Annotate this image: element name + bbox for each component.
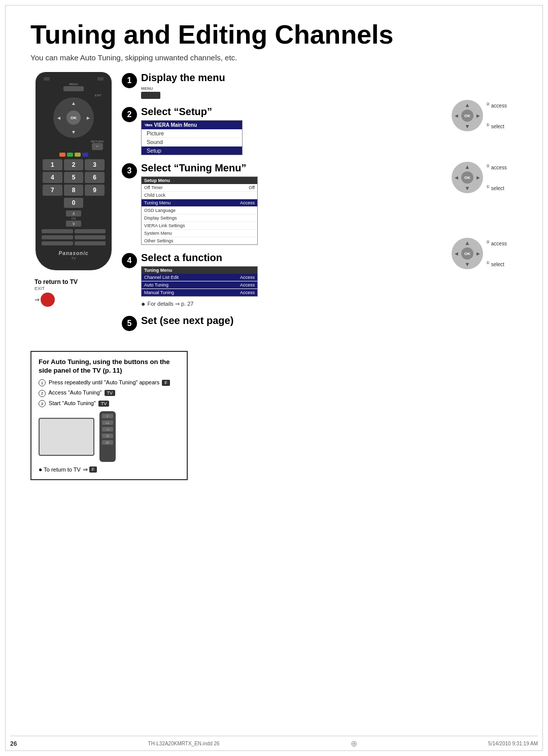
misc-btn-6[interactable] xyxy=(75,241,106,245)
ok-center-3[interactable]: OK xyxy=(461,171,473,184)
color-btn-red[interactable] xyxy=(59,153,65,157)
tv-screen-visual xyxy=(39,418,94,456)
side-btn-av[interactable]: AV xyxy=(102,440,113,445)
setup-menu: Setup Menu Off TimerOff Child Lock Tunin… xyxy=(141,176,258,245)
set-rest: (see next page) xyxy=(160,315,234,326)
num-3[interactable]: 3 xyxy=(85,159,105,170)
step-1-number: 1 xyxy=(122,73,137,88)
circled-1: 1 xyxy=(39,379,46,386)
side-btn-tv3-label: TV xyxy=(106,435,109,438)
misc-btn-2[interactable] xyxy=(75,229,106,233)
tuning-row-channel-list: Channel List EditAccess xyxy=(142,274,257,281)
set-bold: Set xyxy=(141,315,157,326)
nav-left-arrow[interactable]: ◄ xyxy=(56,115,61,121)
tuning-row-manual-tuning: Manual TuningAccess xyxy=(142,289,257,296)
nav-up-arrow[interactable]: ▲ xyxy=(71,100,76,106)
return-key-F[interactable]: F xyxy=(89,466,97,473)
ok-diagrams-column: ▲ ▼ ◄ ► OK ② access ① select ▲ ▼ ◄ xyxy=(452,72,518,338)
remote-body: MENU EXIT ▲ ▼ ◄ ► OK RETURN xyxy=(36,72,112,270)
nav-circle[interactable]: ▲ ▼ ◄ ► OK xyxy=(53,97,94,138)
tuning-row-auto-tuning: Auto TuningAccess xyxy=(142,281,257,289)
remote-top-btn-right[interactable] xyxy=(97,77,104,81)
step-4-number: 4 xyxy=(122,253,137,268)
ok-access-label-3: ② access xyxy=(486,164,507,170)
viera-setup: Setup xyxy=(142,147,242,155)
step-1: 1 Display the menu MENU xyxy=(122,72,447,99)
step-4-content: Select a function Tuning Menu Channel Li… xyxy=(141,252,447,308)
ok-circle-3[interactable]: ▲ ▼ ◄ ► OK xyxy=(452,162,483,193)
side-btn-tv1-label: +/∧ xyxy=(106,421,110,424)
side-btn-F-label: F xyxy=(107,415,109,418)
return-to-tv-label: To return to TV xyxy=(35,278,117,285)
page-number: 26 xyxy=(10,740,17,747)
circled-3: 3 xyxy=(39,400,46,407)
viera-menu-header: Viera VIERA Main Menu xyxy=(142,121,242,129)
auto-step-3: 3 Start "Auto Tuning" TV xyxy=(39,400,180,408)
ok-circle-2[interactable]: ▲ ▼ ◄ ► OK xyxy=(452,100,483,131)
auto-tuning-title: For Auto Tuning, using the buttons on th… xyxy=(39,358,180,375)
misc-btn-1[interactable] xyxy=(42,229,73,233)
misc-btn-3[interactable] xyxy=(42,235,73,239)
step-2-title: Select “Setup” xyxy=(141,106,447,118)
step-3: 3 Select “Tuning Menu” Setup Menu Off Ti… xyxy=(122,162,447,245)
ok-button[interactable]: OK xyxy=(66,111,81,125)
viera-sound: Sound xyxy=(142,138,242,147)
viera-picture: Picture xyxy=(142,129,242,138)
ok-center-4[interactable]: OK xyxy=(461,247,473,260)
step-1-menu-label: MENU xyxy=(141,86,447,91)
ok-up-arrow-3: ▲ xyxy=(465,164,470,170)
ch-up-btn[interactable]: ∧ xyxy=(66,210,81,217)
ok-circle-4[interactable]: ▲ ▼ ◄ ► OK xyxy=(452,238,483,269)
page-content: Tuning and Editing Channels You can make… xyxy=(10,10,538,746)
side-btn-tv1[interactable]: +/∧ xyxy=(102,420,113,425)
key-TV-2[interactable]: TV xyxy=(105,390,116,396)
auto-step-1: 1 Press repeatedly until "Auto Tuning" a… xyxy=(39,379,180,387)
key-F-1[interactable]: F xyxy=(162,380,170,386)
color-btn-blue[interactable] xyxy=(82,153,88,157)
side-btn-tv3[interactable]: TV xyxy=(102,434,113,438)
remote-top-btn-left[interactable] xyxy=(44,77,50,81)
side-btn-tv2[interactable]: -/∨ xyxy=(102,427,113,431)
num-4[interactable]: 4 xyxy=(43,172,62,183)
nav-down-arrow[interactable]: ▼ xyxy=(71,129,76,135)
color-btn-yellow[interactable] xyxy=(75,153,81,157)
return-button[interactable]: ↩ xyxy=(92,143,103,150)
num-9[interactable]: 9 xyxy=(85,185,105,196)
num-2[interactable]: 2 xyxy=(64,159,84,170)
step-5-title: Set (see next page) xyxy=(141,315,447,327)
ch-label: CH xyxy=(72,217,76,220)
num-5[interactable]: 5 xyxy=(64,172,84,183)
nav-right-arrow[interactable]: ► xyxy=(86,115,91,121)
for-details-text: For details ⇒ p. 27 xyxy=(147,301,193,307)
step-3-number: 3 xyxy=(122,163,137,178)
num-6[interactable]: 6 xyxy=(85,172,105,183)
step-3-title: Select “Tuning Menu” xyxy=(141,162,447,174)
color-btn-green[interactable] xyxy=(67,153,73,157)
step-2: 2 Select “Setup” Viera VIERA Main Menu P… xyxy=(122,106,447,155)
ok-left-arrow-4: ◄ xyxy=(454,250,459,257)
ok-right-arrow-4: ► xyxy=(475,250,481,257)
step-5-number: 5 xyxy=(122,316,137,331)
num-0[interactable]: 0 xyxy=(64,198,83,208)
misc-btn-5[interactable] xyxy=(42,241,73,245)
arrow-return-auto: ⇒ xyxy=(83,466,88,473)
step-1-title: Display the menu xyxy=(141,72,447,84)
num-1[interactable]: 1 xyxy=(43,159,62,170)
ch-down-btn[interactable]: ∨ xyxy=(66,221,81,227)
num-8[interactable]: 8 xyxy=(64,185,84,196)
menu-button[interactable] xyxy=(63,86,84,91)
key-TV-3[interactable]: TV xyxy=(98,401,110,407)
auto-tuning-box: For Auto Tuning, using the buttons on th… xyxy=(30,351,188,480)
ok-right-arrow-3: ► xyxy=(475,174,481,181)
exit-button[interactable] xyxy=(41,293,55,307)
compass-icon: ⊕ xyxy=(351,739,357,748)
menu-label: MENU xyxy=(40,83,108,86)
ok-access-label-4: ② access xyxy=(486,240,507,246)
num-7[interactable]: 7 xyxy=(43,185,62,196)
ok-center-2[interactable]: OK xyxy=(461,110,473,122)
misc-btn-4[interactable] xyxy=(75,235,106,239)
ok-diagram-3: ▲ ▼ ◄ ► OK ② access ① select xyxy=(452,162,518,193)
auto-return-row: ● To return to TV ⇒ F xyxy=(39,466,180,473)
menu-key-button[interactable] xyxy=(141,92,160,99)
side-btn-F[interactable]: F xyxy=(102,414,113,418)
